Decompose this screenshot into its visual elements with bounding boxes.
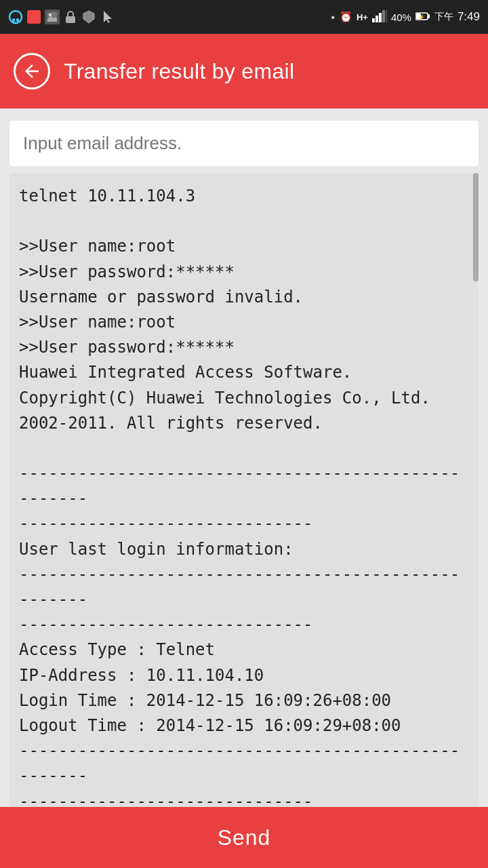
- content-line: [19, 436, 469, 461]
- send-button[interactable]: Send: [0, 807, 488, 868]
- app-bar: Transfer result by email: [0, 34, 488, 108]
- content-line: [19, 209, 469, 234]
- cursor-icon: [100, 9, 115, 24]
- status-bar: ⭑ ⏰ H+ 40% ⚡ 下午 7:49: [0, 0, 488, 34]
- svg-rect-13: [382, 10, 385, 22]
- content-line: >>User password:******: [19, 260, 469, 285]
- content-line: Copyright(C) Huawei Technologies Co., Lt…: [19, 386, 469, 411]
- content-line: Username or password invalid.: [19, 285, 469, 310]
- image-icon: [45, 9, 60, 24]
- lock-icon: [64, 9, 77, 24]
- time-display: 7:49: [458, 10, 480, 24]
- content-line: ------------------------------: [19, 612, 469, 637]
- content-line: Logout Time : 2014-12-15 16:09:29+08:00: [19, 713, 469, 738]
- content-line: ----------------------------------------…: [19, 738, 469, 789]
- alarm-icon: ⏰: [340, 11, 352, 23]
- svg-rect-6: [66, 16, 75, 23]
- email-input[interactable]: [23, 133, 465, 154]
- svg-rect-1: [12, 18, 15, 22]
- svg-marker-9: [104, 11, 112, 23]
- content-line: Login Time : 2014-12-15 16:09:26+08:00: [19, 688, 469, 713]
- signal-bars-icon: [372, 10, 387, 24]
- svg-rect-12: [379, 13, 382, 22]
- svg-point-4: [49, 14, 52, 16]
- content-area: telnet 10.11.104.3 >>User name:root>>Use…: [9, 173, 479, 868]
- content-line: IP-Address : 10.11.104.10: [19, 663, 469, 688]
- svg-rect-10: [372, 18, 375, 22]
- time-period: 下午: [434, 11, 453, 23]
- page-title: Transfer result by email: [64, 59, 294, 84]
- email-input-container: [9, 121, 479, 166]
- network-type: H+: [357, 12, 368, 22]
- back-button[interactable]: [14, 53, 50, 90]
- svg-point-0: [9, 11, 22, 23]
- svg-rect-11: [375, 16, 378, 22]
- battery-text: 40%: [391, 12, 411, 23]
- content-line: Huawei Integrated Access Software.: [19, 360, 469, 385]
- status-icons-left: [8, 9, 115, 24]
- content-line: ----------------------------------------…: [19, 461, 469, 511]
- status-info-right: ⭑ ⏰ H+ 40% ⚡ 下午 7:49: [331, 10, 480, 24]
- shield-icon: [81, 9, 96, 24]
- content-line: ------------------------------: [19, 511, 469, 536]
- battery-icon: ⚡: [415, 12, 430, 23]
- content-line: >>User name:root: [19, 310, 469, 335]
- notification-icon: [27, 10, 41, 24]
- scrollbar[interactable]: [473, 173, 479, 281]
- content-text: telnet 10.11.104.3 >>User name:root>>Use…: [19, 184, 469, 868]
- content-line: >>User password:******: [19, 335, 469, 360]
- svg-text:⚡: ⚡: [418, 14, 425, 20]
- svg-rect-2: [16, 18, 19, 22]
- headset-icon: [8, 9, 23, 24]
- content-line: User last login information:: [19, 537, 469, 562]
- svg-rect-14: [386, 10, 387, 22]
- content-line: >>User name:root: [19, 234, 469, 259]
- bluetooth-icon: ⭑: [331, 11, 336, 23]
- content-line: Access Type : Telnet: [19, 637, 469, 663]
- content-line: telnet 10.11.104.3: [19, 184, 469, 209]
- content-line: 2002-2011. All rights reserved.: [19, 411, 469, 436]
- content-line: ----------------------------------------…: [19, 562, 469, 612]
- svg-rect-17: [428, 14, 430, 18]
